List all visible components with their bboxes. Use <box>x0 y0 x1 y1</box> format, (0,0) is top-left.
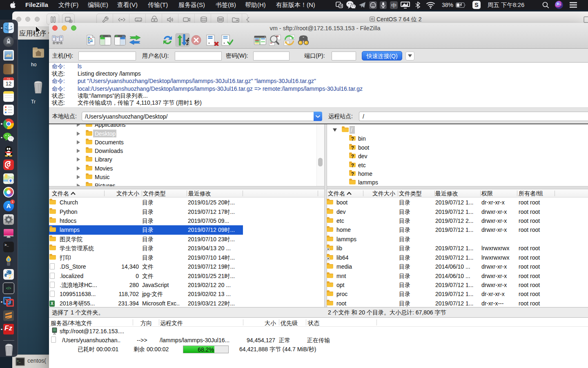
svg-text:S: S <box>474 2 478 8</box>
svg-text:中: 中 <box>391 2 396 8</box>
